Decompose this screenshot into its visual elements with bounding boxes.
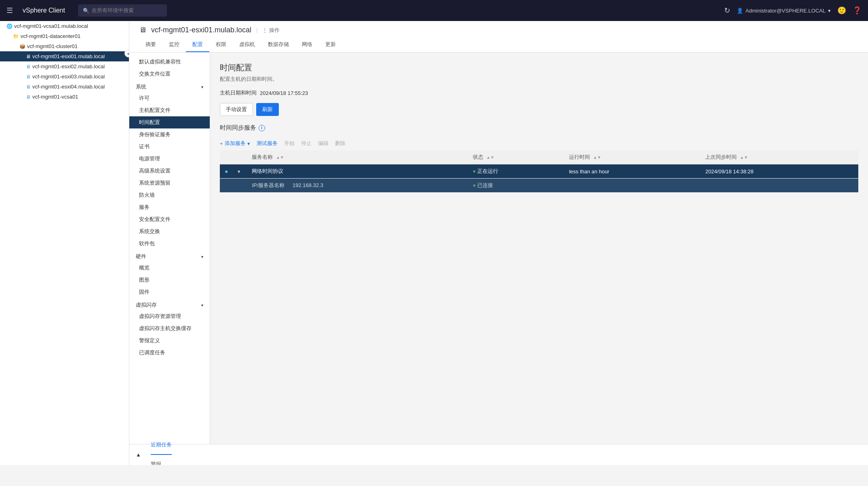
table-row[interactable]: ● ▾ 网络时间协议 ● 正在运行 less than an hour [220, 164, 858, 179]
add-icon: + [220, 141, 223, 147]
chevron-icon: ▾ [201, 303, 203, 307]
config-nav-item-overview[interactable]: 概览 [129, 262, 210, 274]
col-service-name-header: 服务名称 ▲▼ [247, 150, 468, 164]
sidebar-item-cluster01[interactable]: 📦vcf-mgmt01-cluster01 [0, 41, 129, 51]
sidebar-item-dc01[interactable]: 📁vcf-mgmt01-datacenter01 [0, 31, 129, 41]
config-nav-item-certificates[interactable]: 证书 [129, 141, 210, 153]
help-icon[interactable]: ❓ [853, 6, 862, 15]
sub-row-status: ● 已连接 [468, 179, 564, 193]
hamburger-icon[interactable]: ☰ [6, 6, 13, 15]
config-nav-item-security_profile[interactable]: 安全配置文件 [129, 213, 210, 225]
tab-monitor[interactable]: 监控 [162, 38, 186, 52]
tree-icon: 🖥 [26, 94, 31, 100]
tree-icon: 🌐 [6, 23, 13, 29]
tree-label: vcf-mgmt01-vcsa01 [32, 94, 78, 100]
sidebar-item-esxi01[interactable]: 🖥vcf-mgmt01-esxi01.mulab.local [0, 51, 129, 61]
bottom-tab-alerts[interactable]: 警报 [151, 455, 172, 465]
config-nav-item-advanced_sys[interactable]: 高级系统设置 [129, 165, 210, 177]
tab-datastores[interactable]: 数据存储 [261, 38, 295, 52]
row-status: ● 正在运行 [468, 164, 564, 179]
tree-label: vcf-mgmt01-vcsa01.mulab.local [14, 23, 88, 29]
main-layout: ◀ 🌐vcf-mgmt01-vcsa01.mulab.local📁vcf-mgm… [0, 21, 868, 465]
config-nav-item-auth_services[interactable]: 身份验证服务 [129, 128, 210, 141]
config-nav-item-vflash_resource[interactable]: 虚拟闪存资源管理 [129, 310, 210, 322]
stop-button: 停止 [301, 140, 312, 147]
row-expand-cell: ▾ [233, 164, 247, 179]
config-nav-item-graphics[interactable]: 图形 [129, 274, 210, 286]
refresh-icon[interactable]: ↻ [724, 6, 730, 15]
face-icon[interactable]: 🙂 [837, 6, 846, 15]
tab-network[interactable]: 网络 [295, 38, 319, 52]
expand-icon[interactable]: ▾ [238, 168, 240, 175]
chevron-icon: ▾ [201, 255, 203, 259]
sidebar-item-esxi02[interactable]: 🖥vcf-mgmt01-esxi02.mulab.local [0, 61, 129, 72]
sort-icon-name[interactable]: ▲▼ [276, 155, 284, 160]
host-datetime: 主机日期和时间 2024/09/18 17:55:23 [220, 89, 858, 97]
config-nav-item-sys_swap[interactable]: 系统交换 [129, 225, 210, 238]
search-icon: 🔍 [83, 8, 89, 14]
tab-config[interactable]: 配置 [186, 38, 209, 52]
sub-row-last-sync [700, 179, 858, 193]
config-nav-item-swap_file[interactable]: 交换文件位置 [129, 68, 210, 80]
host-icon: 🖥 [139, 26, 146, 34]
tab-permissions[interactable]: 权限 [209, 38, 233, 52]
config-nav-item-alert_def[interactable]: 警报定义 [129, 335, 210, 347]
chevron-icon: ▾ [201, 85, 203, 89]
page-title: vcf-mgmt01-esxi01.mulab.local [151, 26, 251, 34]
tree-icon: 🖥 [26, 64, 31, 69]
actions-menu[interactable]: ⋮ 操作 [262, 27, 280, 34]
sidebar-item-esxi03[interactable]: 🖥vcf-mgmt01-esxi03.mulab.local [0, 72, 129, 82]
col-status-header: 状态 ▲▼ [468, 150, 564, 164]
search-box[interactable]: 🔍 在所有环境中搜索 [78, 4, 167, 17]
config-nav-section-hardware[interactable]: 硬件▾ [129, 250, 210, 262]
config-navigation: 默认虚拟机兼容性交换文件位置系统▾许可主机配置文件时间配置身份验证服务证书电源管… [129, 53, 210, 444]
manual-set-button[interactable]: 手动设置 [220, 103, 253, 116]
config-nav-item-vflash_swap[interactable]: 虚拟闪存主机交换缓存 [129, 322, 210, 335]
config-nav-item-sys_resource[interactable]: 系统资源预留 [129, 177, 210, 189]
row-selector-cell: ● [220, 164, 233, 179]
sidebar: ◀ 🌐vcf-mgmt01-vcsa01.mulab.local📁vcf-mgm… [0, 21, 129, 465]
test-service-button[interactable]: 测试服务 [257, 140, 278, 147]
main-tabs: 摘要监控配置权限虚拟机数据存储网络更新 [139, 38, 858, 52]
sort-icon-lastsync[interactable]: ▲▼ [740, 155, 748, 160]
config-nav-item-scheduled_tasks[interactable]: 已调度任务 [129, 347, 210, 359]
sidebar-item-esxi04[interactable]: 🖥vcf-mgmt01-esxi04.mulab.local [0, 82, 129, 92]
sort-icon-uptime[interactable]: ▲▼ [593, 155, 601, 160]
main-panel: 默认虚拟机兼容性交换文件位置系统▾许可主机配置文件时间配置身份验证服务证书电源管… [129, 53, 868, 444]
tab-summary[interactable]: 摘要 [139, 38, 162, 52]
config-nav-item-vm_compat[interactable]: 默认虚拟机兼容性 [129, 56, 210, 68]
actions-label: 操作 [269, 27, 280, 34]
config-nav-item-time_config[interactable]: 时间配置 [129, 116, 210, 128]
config-nav-item-host_profile[interactable]: 主机配置文件 [129, 104, 210, 116]
content-header: 🖥 vcf-mgmt01-esxi01.mulab.local | ⋮ 操作 摘… [129, 21, 868, 53]
row-last-sync: 2024/09/18 14:38:28 [700, 164, 858, 179]
bottom-expand-icon[interactable]: ▲ [136, 452, 141, 458]
sidebar-item-vcsa01b[interactable]: 🖥vcf-mgmt01-vcsa01 [0, 92, 129, 102]
config-nav-section-vflash[interactable]: 虚拟闪存▾ [129, 298, 210, 310]
config-nav-item-services[interactable]: 服务 [129, 201, 210, 213]
user-menu[interactable]: 👤 Administrator@VSPHERE.LOCAL ▾ [737, 8, 831, 14]
search-placeholder: 在所有环境中搜索 [92, 7, 134, 14]
col-last-sync-header: 上次同步时间 ▲▼ [700, 150, 858, 164]
sync-title-label: 时间同步服务 [220, 124, 256, 132]
refresh-button[interactable]: 刷新 [256, 103, 279, 116]
sidebar-item-vcsa01[interactable]: 🌐vcf-mgmt01-vcsa01.mulab.local [0, 21, 129, 31]
config-nav-item-packages[interactable]: 软件包 [129, 238, 210, 250]
config-nav-item-power_mgmt[interactable]: 电源管理 [129, 153, 210, 165]
sort-icon-status[interactable]: ▲▼ [486, 155, 494, 160]
tab-vms[interactable]: 虚拟机 [233, 38, 261, 52]
tree-icon: 📁 [13, 34, 19, 39]
config-nav-item-firmware[interactable]: 固件 [129, 286, 210, 298]
config-nav-item-firewall[interactable]: 防火墙 [129, 189, 210, 201]
config-nav-section-system[interactable]: 系统▾ [129, 80, 210, 92]
tree-icon: 🖥 [26, 54, 31, 59]
add-service-button[interactable]: + 添加服务 ▾ [220, 140, 250, 147]
add-chevron-icon: ▾ [247, 141, 250, 147]
bottom-tab-recent_tasks[interactable]: 近期任务 [151, 436, 172, 455]
info-icon[interactable]: i [259, 125, 265, 131]
tab-updates[interactable]: 更新 [319, 38, 342, 52]
col-uptime-header: 运行时间 ▲▼ [564, 150, 700, 164]
sub-status-indicator: ● [473, 182, 476, 188]
config-nav-item-license[interactable]: 许可 [129, 92, 210, 104]
section-title: 时间配置 [220, 62, 858, 73]
